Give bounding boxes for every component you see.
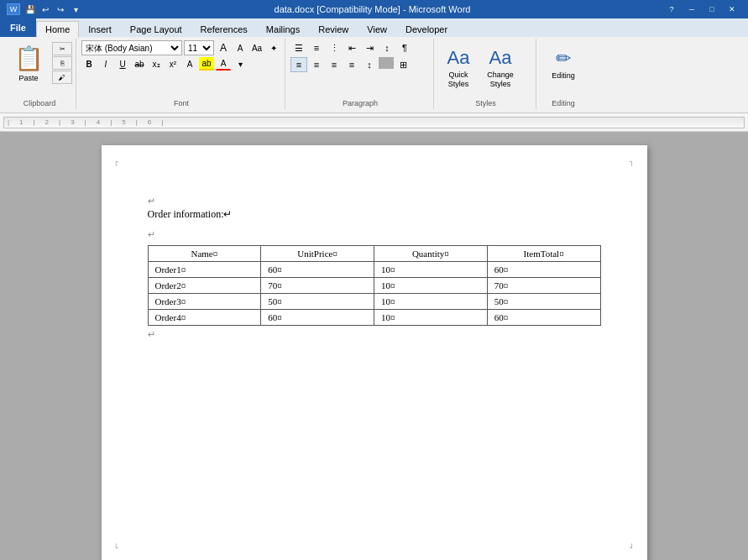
change-styles-button[interactable]: Aa ChangeStyles xyxy=(481,44,520,92)
row4-name[interactable]: Order4¤ xyxy=(148,310,261,326)
row2-quantity[interactable]: 10¤ xyxy=(374,278,488,294)
save-qa-btn[interactable]: 💾 xyxy=(24,3,37,16)
decrease-indent-btn[interactable]: ⇤ xyxy=(343,40,360,55)
row3-quantity[interactable]: 10¤ xyxy=(374,294,488,310)
undo-qa-btn[interactable]: ↩ xyxy=(39,3,52,16)
bullets-btn[interactable]: ☰ xyxy=(290,40,307,55)
bold-button[interactable]: B xyxy=(81,57,97,71)
editing-button[interactable]: ✏ Editing xyxy=(544,40,583,87)
close-btn[interactable]: ✕ xyxy=(723,3,741,16)
tab-review[interactable]: Review xyxy=(309,20,358,37)
text-highlight-btn[interactable]: ab xyxy=(199,57,214,71)
copy-button[interactable]: ⎘ xyxy=(52,56,72,70)
align-center-btn[interactable]: ≡ xyxy=(308,57,325,72)
clipboard-group: 📋 Paste ✂ ⎘ 🖌 Clipboard xyxy=(3,39,76,109)
tab-references[interactable]: References xyxy=(191,20,257,37)
align-left-btn[interactable]: ≡ xyxy=(290,57,307,72)
strikethrough-button[interactable]: ab xyxy=(132,57,147,71)
table-header-row: Name¤ UnitPrice¤ Quantity¤ ItemTotal¤ xyxy=(148,246,600,262)
row2-name[interactable]: Order2¤ xyxy=(148,278,261,294)
table-row: Order3¤ 50¤ 10¤ 50¤ xyxy=(148,294,600,310)
row4-quantity[interactable]: 10¤ xyxy=(374,310,488,326)
para-bottom-row: ≡ ≡ ≡ ≡ ↕ ⊞ xyxy=(290,57,411,72)
quick-styles-button[interactable]: Aa QuickStyles xyxy=(439,44,478,92)
editing-label: Editing xyxy=(552,71,575,80)
maximize-btn[interactable]: □ xyxy=(703,3,721,16)
row3-unit-price[interactable]: 50¤ xyxy=(261,294,374,310)
tab-developer[interactable]: Developer xyxy=(396,20,457,37)
document-page[interactable]: ┌ ┐ └ ┘ ↵ Order information:↵ ↵ Name¤ Un… xyxy=(102,145,647,560)
superscript-button[interactable]: x² xyxy=(165,57,180,71)
change-case-btn[interactable]: Aa xyxy=(249,41,264,55)
change-styles-label: ChangeStyles xyxy=(487,71,514,89)
col-quantity: Quantity¤ xyxy=(374,246,488,262)
cut-button[interactable]: ✂ xyxy=(52,42,72,55)
tab-insert[interactable]: Insert xyxy=(79,20,121,37)
table-row: Order4¤ 60¤ 10¤ 60¤ xyxy=(148,310,600,326)
help-btn[interactable]: ? xyxy=(662,3,681,16)
format-painter-button[interactable]: 🖌 xyxy=(52,71,72,84)
title-bar-left: W 💾 ↩ ↪ ▾ xyxy=(7,3,82,16)
line-spacing-btn[interactable]: ↕ xyxy=(361,57,378,72)
minimize-btn[interactable]: ─ xyxy=(683,3,701,16)
align-right-btn[interactable]: ≡ xyxy=(326,57,343,72)
tab-page-layout[interactable]: Page Layout xyxy=(121,20,191,37)
font-group: 宋体 (Body Asian) 11 A A Aa ✦ B I U ab x₂ xyxy=(78,39,285,109)
tab-home[interactable]: Home xyxy=(36,21,79,38)
font-size-select[interactable]: 11 xyxy=(184,40,214,55)
customize-qa-btn[interactable]: ▾ xyxy=(69,3,82,16)
paste-button[interactable]: 📋 Paste xyxy=(7,40,50,86)
clipboard-small-btns: ✂ ⎘ 🖌 xyxy=(52,42,72,84)
font-family-select[interactable]: 宋体 (Body Asian) xyxy=(81,40,182,55)
row1-total[interactable]: 60¤ xyxy=(487,262,600,278)
font-color-btn[interactable]: A xyxy=(216,57,231,71)
row2-total[interactable]: 70¤ xyxy=(487,278,600,294)
tab-view[interactable]: View xyxy=(358,20,396,37)
font-top-row: 宋体 (Body Asian) 11 A A Aa ✦ xyxy=(81,40,281,55)
corner-mark-bl: └ xyxy=(114,544,118,552)
title-bar: W 💾 ↩ ↪ ▾ data.docx [Compatibility Mode]… xyxy=(0,0,748,18)
show-formatting-btn[interactable]: ¶ xyxy=(396,40,413,55)
row3-name[interactable]: Order3¤ xyxy=(148,294,261,310)
row4-unit-price[interactable]: 60¤ xyxy=(261,310,374,326)
subscript-button[interactable]: x₂ xyxy=(149,57,164,71)
clear-format-btn[interactable]: ✦ xyxy=(266,41,281,55)
text-effects-btn[interactable]: A xyxy=(182,57,197,71)
tab-mailings[interactable]: Mailings xyxy=(257,20,309,37)
grow-font-btn[interactable]: A xyxy=(216,41,231,55)
increase-indent-btn[interactable]: ⇥ xyxy=(361,40,378,55)
col-name: Name¤ xyxy=(148,246,261,262)
row1-name[interactable]: Order1¤ xyxy=(148,262,261,278)
ribbon: File Home Insert Page Layout References … xyxy=(0,18,748,113)
row2-unit-price[interactable]: 70¤ xyxy=(261,278,374,294)
ruler: |1| 2| 3| 4| 5| 6| xyxy=(0,113,748,132)
document-heading[interactable]: Order information:↵ xyxy=(148,208,601,221)
col-item-total: ItemTotal¤ xyxy=(487,246,600,262)
italic-button[interactable]: I xyxy=(98,57,113,71)
shrink-font-btn[interactable]: A xyxy=(233,41,248,55)
underline-button[interactable]: U xyxy=(115,57,130,71)
shading-btn[interactable] xyxy=(379,57,394,69)
editing-group: ✏ Editing Editing xyxy=(538,39,588,109)
justify-btn[interactable]: ≡ xyxy=(343,57,360,72)
sort-btn[interactable]: ↕ xyxy=(379,40,395,55)
borders-btn[interactable]: ⊞ xyxy=(395,57,411,72)
font-color-arrow[interactable]: ▾ xyxy=(233,57,248,71)
styles-label: Styles xyxy=(436,99,536,107)
tab-file[interactable]: File xyxy=(0,18,36,37)
row3-total[interactable]: 50¤ xyxy=(487,294,600,310)
multilevel-btn[interactable]: ⋮ xyxy=(326,40,343,55)
row1-unit-price[interactable]: 60¤ xyxy=(261,262,374,278)
col-unit-price: UnitPrice¤ xyxy=(261,246,374,262)
editing-icon: ✏ xyxy=(556,48,571,70)
redo-qa-btn[interactable]: ↪ xyxy=(54,3,67,16)
para-mark-after-table: ↵ xyxy=(148,329,601,340)
document-content: ↵ Order information:↵ ↵ Name¤ UnitPrice¤… xyxy=(148,196,601,340)
numbering-btn[interactable]: ≡ xyxy=(308,40,325,55)
quick-styles-label: QuickStyles xyxy=(448,71,469,89)
row4-total[interactable]: 60¤ xyxy=(487,310,600,326)
window-controls: ? ─ □ ✕ xyxy=(662,3,741,16)
paragraph-label: Paragraph xyxy=(287,99,433,107)
row1-quantity[interactable]: 10¤ xyxy=(374,262,488,278)
font-group-content: 宋体 (Body Asian) 11 A A Aa ✦ B I U ab x₂ xyxy=(81,40,281,107)
